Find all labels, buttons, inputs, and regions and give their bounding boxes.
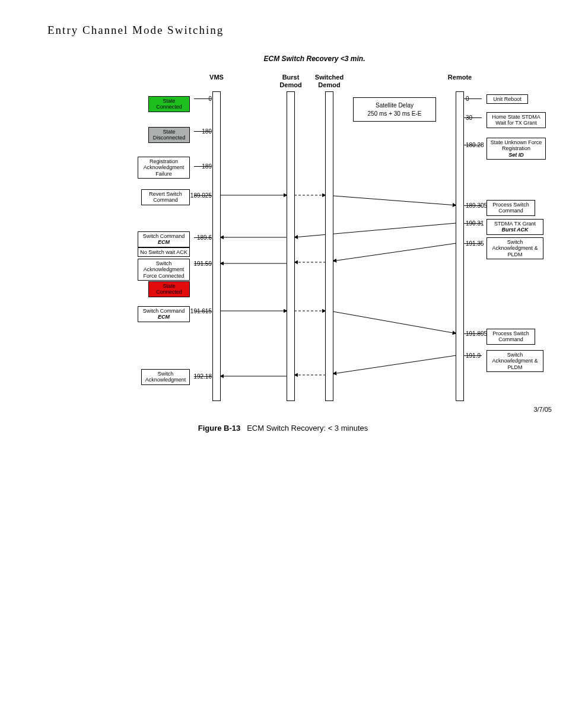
figure-caption: Figure B-13 ECM Switch Recovery: < 3 min… (47, 424, 519, 433)
right-tick-7 (464, 355, 482, 356)
right-tick-5 (464, 243, 482, 244)
left-box-5: No Switch wait ACK (138, 247, 190, 257)
left-tick-0 (194, 98, 212, 99)
lifeline-vms (212, 91, 221, 401)
left-tick-4 (194, 237, 212, 238)
left-tick-5 (194, 263, 212, 264)
lifeline-remote (456, 91, 464, 401)
right-tick-4 (464, 223, 482, 224)
left-box-7: StateConnected (148, 281, 190, 297)
col-head-remote: Remote (448, 74, 472, 81)
left-box-9: SwitchAcknowledgment (141, 369, 190, 385)
right-box-1: Home State STDMAWait for TX Grant (486, 112, 546, 128)
right-box-2: State Unknown ForceRegistrationSet ID (486, 138, 546, 160)
col-head-burst: BurstDemod (279, 74, 301, 88)
arrow-10 (333, 311, 456, 333)
satellite-delay-note: Satellite Delay250 ms + 30 ms E-E (353, 97, 436, 122)
figure-caption-text: ECM Switch Recovery: < 3 minutes (247, 424, 368, 433)
arrow-5 (333, 243, 456, 261)
right-box-3: Process SwitchCommand (486, 200, 535, 216)
right-box-0: Unit Reboot (486, 94, 528, 104)
right-box-5: SwitchAcknowledgment &PLDM (486, 237, 543, 259)
left-tick-3 (194, 195, 212, 196)
right-tick-0 (464, 98, 482, 99)
left-box-3: Revert SwitchCommand (141, 189, 190, 205)
diagram-title: ECM Switch Recovery <3 min. (89, 55, 540, 63)
left-tick-7 (194, 376, 212, 377)
left-tick-1 (194, 131, 212, 132)
lifeline-swdem (325, 91, 333, 401)
lifeline-burst (287, 91, 295, 401)
left-box-2: RegistrationAcknowledgmentFailure (138, 157, 190, 179)
right-box-6: Process SwitchCommand (486, 329, 535, 345)
sequence-diagram: VMSBurstDemodSwitchedDemodRemoteSatellit… (89, 74, 540, 406)
right-tick-3 (464, 205, 482, 206)
arrow-11 (333, 355, 456, 374)
right-tick-1 (464, 117, 482, 118)
left-box-4: Switch CommandECM (138, 231, 190, 247)
col-head-swdem: SwitchedDemod (315, 74, 344, 88)
left-box-8: Switch CommandECM (138, 306, 190, 322)
col-head-vms: VMS (209, 74, 224, 81)
page-header-text: Entry Channel Mode Switching (47, 24, 224, 36)
left-box-6: SwitchAcknowledgmentForce Connected (138, 259, 190, 281)
diagram-wrap: ECM Switch Recovery <3 min. VMSBurstDemo… (89, 55, 540, 406)
left-tick-6 (194, 311, 212, 311)
right-box-7: SwitchAcknowledgment &PLDM (486, 350, 543, 372)
page-header: Entry Channel Mode Switching (47, 24, 519, 37)
right-tick-2 (464, 145, 482, 145)
right-box-4: STDMA TX GrantBurst ACK (486, 219, 543, 235)
diagram-date: 3/7/05 (533, 406, 552, 413)
arrow-3 (294, 223, 456, 237)
figure-label: Figure B-13 (198, 424, 241, 433)
left-tick-2 (194, 166, 212, 167)
right-tick-6 (464, 333, 482, 334)
arrow-2 (333, 196, 456, 205)
